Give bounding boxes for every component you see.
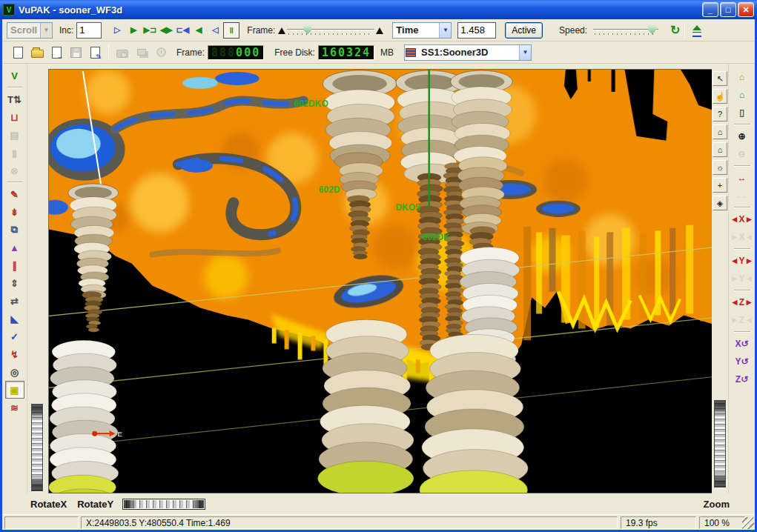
frame-led-display: 888000 [208,45,264,60]
rotate-y-button[interactable]: Y↺ [733,353,752,370]
pointer-mode-button[interactable]: ↖ [713,71,727,86]
seismic-scene: 602DKO 602D DKO5 602DK E [49,70,715,493]
play-from-start-button[interactable]: ⊏◀ [174,22,191,39]
toolbar-separator [108,45,109,60]
seek-button[interactable]: + [713,178,727,193]
rotate-z-button[interactable]: Z↺ [733,370,752,388]
horizon-marker-tool[interactable]: ▲ [5,239,24,256]
pan-mode-button[interactable]: ☝ [713,89,727,104]
new-document-icon [13,47,23,59]
set-home-view-button[interactable]: ⌂ [713,142,727,157]
step-button[interactable]: ◀▶ [158,22,174,39]
free-disk-label: Free Disk: [274,47,315,58]
view-home-button[interactable]: ⌂ [733,68,752,86]
open-button[interactable] [27,44,47,61]
camera-toggle-button[interactable]: ◈ [713,196,727,210]
reverse-button[interactable]: ◀ [191,22,207,39]
collapse-z-button: ►Z◄ [733,311,752,329]
slider-end-marker[interactable] [376,27,383,34]
speed-slider[interactable] [590,23,661,38]
rotate-x-thumbwheel[interactable] [31,404,43,491]
copy-volume-tool[interactable]: ⧉ [5,221,24,239]
active-button[interactable]: Active [505,22,543,39]
inc-input[interactable] [76,22,102,39]
pause-indicator-tool: ▮ [5,144,24,162]
view-save-home-button[interactable]: ⌂ [733,86,752,104]
cube-shift-tool[interactable]: ⇄ [5,292,24,310]
speed-slider-ticks [595,33,657,35]
chevron-down-icon[interactable]: ▼ [40,23,52,38]
toolbar-separator [734,290,750,291]
app-icon: V [3,4,15,16]
frame-led-value: 000 [236,46,260,59]
resize-grip[interactable] [742,517,754,529]
status-bar: X:2449803.5 Y:480550.4 Time:1.469 19.3 f… [2,514,755,530]
left-gutter [27,64,48,493]
well-label: 602D [319,184,340,195]
minimize-button[interactable]: _ [702,2,718,17]
pick-flag-tool[interactable]: ◣ [5,310,24,327]
play-slow-button[interactable]: ▷ [109,22,125,39]
properties-button[interactable] [85,44,105,61]
pick-check-tool[interactable]: ✓ [5,327,24,345]
vupak-tool[interactable]: V [5,67,24,84]
cube-resize-tool[interactable]: ⇕ [5,274,24,292]
refresh-icon[interactable]: ↻ [670,23,680,37]
free-disk-led-value: 160324 [322,46,371,59]
time-depth-tool[interactable]: T⇅ [5,90,24,108]
rotate-y-label: RotateY [77,499,113,510]
home-view-button[interactable]: ⌂ [713,124,727,139]
frame-slider-track[interactable] [287,29,374,30]
title-bar[interactable]: V VuPAK - sooner_WF3d _ □ ✕ [0,0,757,19]
expand-horizontal-button[interactable]: ↔ [733,169,752,187]
zoom-label: Zoom [704,499,730,510]
eject-icon[interactable] [692,25,702,36]
seismic-dataset-icon [406,48,416,57]
play-to-end-button[interactable]: ▶⊐ [142,22,158,39]
line-draw-tool[interactable]: ✎ [5,185,24,203]
fault-pick-tool[interactable]: ↯ [5,345,24,363]
3d-viewport[interactable]: 602DKO 602D DKO5 602DK E [48,69,716,493]
inspect-tool[interactable]: ◎ [5,363,24,381]
help-button[interactable]: ? [713,107,727,122]
save-button [66,44,85,61]
cube-display-tool[interactable]: ▣ [5,381,24,399]
close-button[interactable]: ✕ [738,2,754,17]
rotate-y-thumbwheel[interactable] [122,499,205,510]
domain-mode-select[interactable]: Time ▼ [392,22,452,39]
expand-x-button[interactable]: ◄X► [733,210,752,228]
frame-slider-ticks [288,33,373,35]
reverse-slow-button[interactable]: ◁ [207,22,223,39]
view-all-button[interactable]: ☼ [713,160,727,175]
flatten-tool[interactable]: ⇟ [5,203,24,221]
dataset-select[interactable]: SS1:Sooner3D ▼ [404,44,532,61]
well-label: 602DKO [294,99,328,109]
left-tool-rail: VT⇅⊔▤▮⊗✎⇟⧉▲∥⇕⇄◣✓↯◎▣≋ [2,64,27,493]
well-section-tool[interactable]: ⊔ [5,108,24,126]
chevron-down-icon[interactable]: ▼ [439,23,451,38]
pause-button[interactable]: ‖ [223,22,239,39]
well-pair-tool[interactable]: ∥ [5,256,24,274]
new-button[interactable] [8,44,27,61]
expand-y-button[interactable]: ◄Y► [733,252,752,270]
import-button[interactable] [47,44,66,61]
well-bore[interactable] [420,334,528,493]
frame-slider[interactable] [278,23,383,38]
well-bore[interactable] [49,340,119,493]
zoom-thumbwheel[interactable] [714,400,726,488]
collapse-y-button: ►Y◄ [733,270,752,287]
time-input[interactable] [457,22,496,39]
play-button[interactable]: ▶ [125,22,142,39]
probe-button[interactable]: ▯ [733,104,752,122]
wiggle-display-tool[interactable]: ≋ [5,399,24,416]
scroll-mode-select[interactable]: Scroll ▼ [7,22,53,39]
expand-z-button[interactable]: ◄Z► [733,293,752,311]
chevron-down-icon[interactable]: ▼ [519,45,531,60]
frame-counter-label: Frame: [176,47,205,58]
zoom-in-button[interactable]: ⊕ [733,127,752,145]
slider-start-marker[interactable] [278,27,285,34]
maximize-button[interactable]: □ [720,2,736,17]
toolbar-separator [7,87,23,88]
well-bore[interactable] [318,319,414,493]
rotate-x-button[interactable]: X↺ [733,335,752,353]
